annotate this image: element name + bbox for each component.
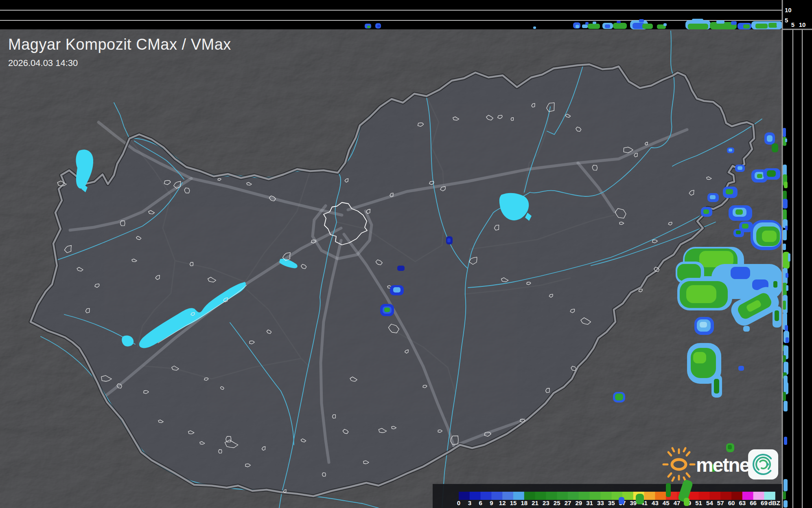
radar-echo-cell <box>666 483 671 497</box>
width-axis-label-5: 5 <box>791 21 794 28</box>
radar-echo-cell <box>767 135 773 142</box>
radar-echo-cell <box>615 394 623 400</box>
colorbar-cell <box>557 492 568 500</box>
radar-echo-cell <box>762 231 777 242</box>
radar-echo-cell <box>377 25 380 27</box>
radar-echo-cell <box>393 287 401 292</box>
colorbar-cell <box>513 492 524 500</box>
colorbar-tick: 45 <box>663 499 670 506</box>
radar-echo-cell <box>617 21 621 23</box>
colorbar-tick: 47 <box>674 499 681 506</box>
colorbar-tick: 35 <box>608 499 615 506</box>
colorbar-cell <box>655 492 666 500</box>
colorbar-tick: 57 <box>717 499 724 506</box>
radar-echo-cell <box>639 19 644 22</box>
radar-echo-cell <box>783 301 786 310</box>
radar-echo-cell <box>767 170 776 177</box>
radar-echo-cell <box>783 199 788 209</box>
colorbar-cell <box>590 492 601 500</box>
radar-echo-cell <box>726 189 733 194</box>
radar-echo-cell <box>783 491 786 499</box>
radar-echo-cell <box>784 182 788 188</box>
colorbar-cell <box>579 492 590 500</box>
colorbar-cell <box>546 492 557 500</box>
colorbar-cell <box>568 492 579 500</box>
colorbar-cell <box>481 492 492 500</box>
radar-echo-cell <box>783 230 787 240</box>
colorbar-tick-labels: 0369121518212325272931333537394143454749… <box>457 499 768 506</box>
colorbar-cell <box>459 492 470 500</box>
top-profile-strip <box>0 0 782 29</box>
colorbar-tick: 12 <box>499 499 506 506</box>
radar-echo-cell <box>588 24 600 29</box>
colorbar-cell <box>491 492 502 500</box>
radar-echo-cell <box>784 401 788 411</box>
radar-echo-cell <box>619 497 624 504</box>
colorbar-tick: 43 <box>652 499 659 506</box>
radar-echo-cell <box>684 498 689 506</box>
colorbar-tick: 69 <box>761 499 768 506</box>
radar-echo-cell <box>742 224 749 229</box>
radar-echo-cell <box>613 23 627 29</box>
radar-echo-cell <box>585 22 589 25</box>
radar-echo-cell <box>447 238 451 242</box>
radar-echo-cell <box>777 21 781 28</box>
radar-echo-cell <box>735 209 743 215</box>
radar-echo-cell <box>636 494 644 504</box>
radar-echo-cell <box>786 285 788 291</box>
map-canvas[interactable] <box>0 29 783 508</box>
radar-echo-cell <box>738 366 744 371</box>
radar-echo-cell <box>786 273 788 278</box>
radar-echo-cell <box>384 308 390 312</box>
colorbar-cell <box>502 492 513 500</box>
radar-echo-cell <box>700 322 707 328</box>
radar-echo-cell <box>576 25 579 28</box>
radar-echo-cell <box>738 166 742 170</box>
radar-echo-cell <box>605 24 610 28</box>
colorbar-cell <box>699 492 710 500</box>
radar-echo-cell <box>729 149 732 152</box>
colorbar-tick: 51 <box>695 499 702 506</box>
colorbar-tick: 29 <box>575 499 582 506</box>
radar-echo-cell <box>783 392 786 401</box>
radar-echo-cell <box>593 22 596 24</box>
radar-echo-cell <box>367 26 370 28</box>
radar-echo-cell <box>772 143 778 152</box>
radar-echo-cell <box>397 266 405 271</box>
radar-echo-cell <box>710 195 716 199</box>
colorbar-cell <box>535 492 546 500</box>
radar-echo-cell <box>773 281 777 288</box>
colorbar-tick: 25 <box>554 499 560 506</box>
radar-echo-cell <box>783 128 786 137</box>
dbz-colorbar: 0369121518212325272931333537394143454749… <box>433 484 782 508</box>
radar-echo-cell <box>743 24 750 29</box>
radar-echo-cell <box>743 326 750 332</box>
radar-echo-cell <box>716 20 724 24</box>
colorbar-tick: 39 <box>630 499 637 506</box>
radar-echo-cell <box>775 310 779 321</box>
colorbar-tick: 3 <box>468 499 471 506</box>
colorbar-tick: 6 <box>479 499 482 506</box>
colorbar-cell <box>753 492 764 500</box>
colorbar-tick: 31 <box>586 499 593 506</box>
radar-echo-cell <box>663 23 667 26</box>
colorbar-cell <box>764 492 775 500</box>
radar-echo-cell <box>786 337 789 343</box>
colorbar-tick: 23 <box>543 499 549 506</box>
radar-echo-cell <box>757 174 762 178</box>
radar-echo-cell <box>688 24 708 29</box>
colorbar-cell <box>600 492 611 500</box>
radar-echo-cell <box>533 26 536 29</box>
colorbar-unit-label: dBZ <box>768 499 780 506</box>
radar-echo-cell <box>784 500 788 508</box>
radar-echo-cell <box>768 23 777 28</box>
colorbar-tick: 27 <box>565 499 571 506</box>
radar-echo-cell <box>728 445 732 449</box>
radar-echo-cell <box>785 139 787 142</box>
colorbar-tick: 33 <box>597 499 604 506</box>
radar-app-window: 10 5 5 10 metnet <box>0 0 812 508</box>
radar-echo-cell <box>686 285 716 303</box>
radar-echo-cell <box>582 24 588 28</box>
radar-echo-cell <box>642 24 653 29</box>
colorbar-tick: 0 <box>457 499 460 506</box>
